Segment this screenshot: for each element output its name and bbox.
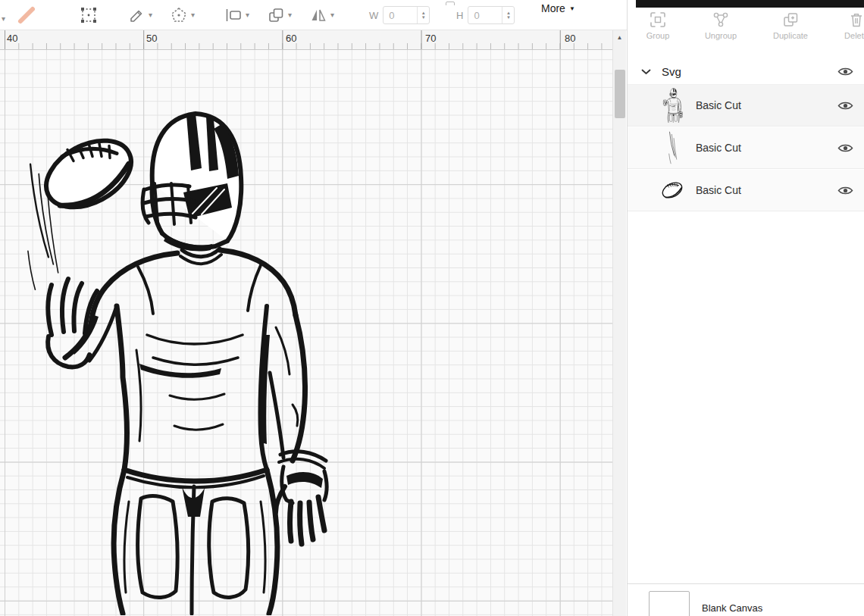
width-field-group: W ▴ ▾	[369, 5, 430, 25]
marquee-select-icon	[79, 5, 99, 25]
height-field-group: H ▴ ▾	[456, 5, 515, 25]
stepper-down-icon: ▾	[422, 15, 425, 20]
layer-label: Basic Cut	[696, 142, 741, 154]
duplicate-button[interactable]: Duplicate	[766, 11, 815, 40]
width-stepper[interactable]: ▴ ▾	[417, 7, 429, 23]
artwork-football[interactable]	[35, 127, 142, 220]
layer-actions-bar: Group Ungroup Duplicate	[628, 11, 864, 53]
layer-row-player[interactable]: Basic Cut	[628, 85, 864, 127]
layer-thumbnail-player	[656, 87, 688, 124]
blank-canvas-swatch[interactable]	[649, 591, 690, 616]
rectangle-tool-icon	[224, 6, 243, 24]
panel-top-black-bar	[636, 0, 864, 8]
caret-down-icon: ▾	[246, 11, 249, 19]
trash-icon	[847, 11, 864, 29]
ruler-tick: 50	[146, 33, 157, 44]
duplicate-icon	[781, 11, 800, 29]
ruler-tick: 80	[565, 33, 575, 44]
eye-icon	[837, 101, 853, 111]
mirror-tool[interactable]: ▾	[309, 5, 334, 25]
design-canvas[interactable]	[0, 50, 612, 616]
layer-label: Basic Cut	[696, 184, 741, 196]
ungroup-label: Ungroup	[705, 31, 737, 40]
duplicate-tool[interactable]: ▾	[267, 5, 292, 25]
polygon-shape-icon	[170, 6, 188, 24]
swatch-caret-button[interactable]: ▾	[2, 9, 5, 29]
canvas-footer: Blank Canvas	[628, 583, 864, 616]
caret-down-icon: ▾	[288, 11, 292, 19]
ungroup-icon	[712, 11, 730, 29]
vertical-scrollbar[interactable]: ▲	[612, 30, 626, 616]
blank-canvas-label: Blank Canvas	[702, 602, 762, 614]
layer-group-row-svg[interactable]: Svg	[628, 59, 864, 85]
caret-down-icon: ▾	[330, 11, 334, 19]
eye-icon	[837, 143, 853, 153]
width-input[interactable]	[383, 7, 417, 23]
group-icon	[649, 11, 667, 29]
stacked-copies-icon	[267, 6, 285, 24]
ruler-tick: 40	[7, 33, 17, 44]
height-stepper[interactable]: ▴ ▾	[502, 7, 514, 23]
caret-down-icon: ▾	[149, 11, 152, 19]
visibility-toggle[interactable]	[837, 67, 853, 77]
shape-tool[interactable]: ▾	[170, 5, 195, 25]
more-button[interactable]: More ▼	[541, 2, 575, 14]
height-label: H	[456, 10, 463, 21]
caret-down-icon: ▾	[2, 15, 5, 23]
more-label: More	[541, 2, 565, 14]
draw-tool[interactable]: ▾	[127, 5, 152, 25]
group-label: Group	[646, 31, 670, 40]
visibility-toggle[interactable]	[837, 186, 853, 195]
scrollbar-thumb[interactable]	[615, 70, 625, 118]
pen-color-tool[interactable]	[17, 5, 36, 25]
layer-label: Basic Cut	[696, 99, 741, 111]
layer-row-football[interactable]: Basic Cut	[628, 170, 864, 211]
scroll-up-icon: ▲	[617, 34, 623, 41]
layer-thumbnail-football	[656, 172, 688, 208]
group-button[interactable]: Group	[634, 11, 682, 40]
more-caret-icon: ▼	[569, 5, 575, 12]
cropped-toolbar-icon	[443, 0, 457, 5]
stepper-down-icon: ▾	[507, 15, 510, 20]
duplicate-label: Duplicate	[773, 31, 808, 40]
canvas-artwork[interactable]	[17, 106, 331, 616]
flip-mirror-icon	[309, 6, 327, 24]
ruler-tick: 70	[425, 33, 436, 44]
layer-thumbnail-lines	[656, 130, 688, 166]
ruler-tick: 60	[286, 33, 296, 44]
pencil-icon	[127, 6, 146, 24]
delete-button[interactable]: Delete	[832, 11, 864, 40]
caret-down-icon: ▾	[191, 11, 195, 19]
layer-row-lines[interactable]: Basic Cut	[628, 127, 864, 169]
scroll-up-button[interactable]: ▲	[613, 30, 626, 44]
ungroup-button[interactable]: Ungroup	[697, 11, 745, 40]
chevron-down-icon[interactable]	[641, 69, 651, 75]
layers-panel: Group Ungroup Duplicate	[627, 0, 864, 616]
height-input[interactable]	[468, 7, 502, 23]
select-all-tool[interactable]	[79, 5, 99, 25]
top-toolbar: ▾ ▾ ▾ ▾	[0, 0, 627, 30]
delete-label: Delete	[844, 31, 864, 40]
peach-pen-icon	[17, 5, 36, 25]
width-label: W	[369, 10, 378, 21]
eye-icon	[837, 186, 853, 195]
group-row-label: Svg	[662, 65, 681, 78]
horizontal-ruler: 40 50 60 70 80	[0, 30, 612, 50]
visibility-toggle[interactable]	[837, 101, 853, 111]
visibility-toggle[interactable]	[837, 143, 853, 153]
insert-shape-tool[interactable]: ▾	[224, 5, 249, 25]
eye-icon	[837, 67, 853, 77]
